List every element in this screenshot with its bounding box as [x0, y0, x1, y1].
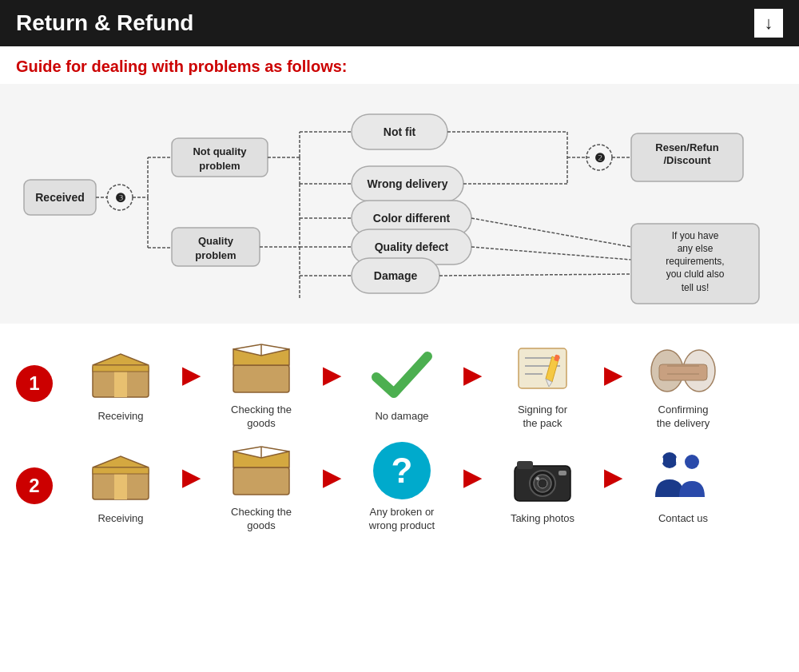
confirming-label: Confirmingthe delivery [657, 404, 710, 431]
damage-label: Damage [374, 269, 418, 282]
nodamage-label: No damage [375, 410, 428, 423]
process-item-checking-1: Checking thegoods [201, 336, 321, 431]
svg-rect-69 [233, 467, 289, 495]
svg-rect-75 [517, 461, 533, 469]
flowchart-section: Received ❸ Not quality problem Quality p… [0, 84, 799, 324]
svg-text:tell us!: tell us! [682, 282, 710, 293]
svg-line-36 [471, 218, 631, 247]
guide-text: Guide for dealing with problems as follo… [0, 46, 799, 84]
arrow-1-2: ▶ [321, 362, 342, 388]
svg-text:you cluld also: you cluld also [666, 268, 725, 280]
result1-label: Resen/Refun [655, 141, 719, 153]
process-item-confirming: Confirmingthe delivery [623, 336, 743, 431]
svg-line-71 [233, 447, 261, 451]
svg-rect-53 [519, 348, 566, 388]
checking-label-2: Checking thegoods [231, 506, 292, 533]
broken-label: Any broken orwrong product [369, 506, 435, 533]
receiving-label-2: Receiving [97, 512, 143, 526]
flowchart-svg: Received ❸ Not quality problem Quality p… [16, 92, 783, 308]
signing-label: Signing forthe pack [518, 404, 567, 431]
svg-point-78 [538, 479, 547, 488]
circle3-label: ❸ [115, 191, 125, 205]
process-section: 1 Receiving ▶ [0, 324, 799, 554]
closed-box-icon-1 [81, 343, 161, 407]
circle2-label: ❷ [594, 151, 605, 165]
quality-label: Quality [198, 235, 234, 247]
process-item-receiving-2: Receiving [61, 445, 181, 526]
svg-rect-48 [233, 365, 289, 392]
person-icon [643, 445, 723, 509]
result2-line1: If you have [672, 230, 719, 241]
svg-line-50 [233, 344, 261, 349]
photos-label: Taking photos [511, 512, 574, 526]
step2-circle: 2 [16, 467, 53, 504]
process-item-broken: ? Any broken orwrong product [342, 439, 462, 533]
arrow-1-4: ▶ [602, 362, 623, 388]
svg-rect-83 [660, 457, 663, 463]
wrong-delivery-label: Wrong delivery [368, 177, 448, 190]
open-box-icon-2 [221, 439, 301, 503]
process-item-contact: Contact us [623, 445, 743, 526]
arrow-2-4: ▶ [602, 464, 623, 491]
closed-box-icon-2 [81, 445, 161, 509]
arrow-2-1: ▶ [181, 464, 201, 491]
process-row-1: 1 Receiving ▶ [16, 336, 783, 431]
checking-label-1: Checking thegoods [231, 404, 292, 431]
received-label: Received [35, 191, 84, 204]
question-icon: ? [362, 439, 442, 503]
svg-text:/Discount: /Discount [663, 154, 711, 166]
contact-label: Contact us [658, 512, 708, 526]
process-row-2: 2 Receiving ▶ [16, 439, 783, 533]
not-fit-label: Not fit [384, 125, 416, 138]
header: Return & Refund ↓ [0, 0, 799, 46]
process-item-photos: Taking photos [483, 445, 602, 526]
step1-circle: 1 [16, 365, 53, 402]
svg-rect-62 [659, 364, 707, 380]
process-item-checking-2: Checking thegoods [201, 439, 321, 533]
svg-text:requirements,: requirements, [666, 256, 724, 267]
process-item-nodamage: No damage [342, 343, 462, 423]
checkmark-icon [362, 343, 442, 407]
pencil-icon [503, 336, 582, 400]
svg-rect-80 [559, 471, 566, 475]
svg-line-72 [261, 447, 289, 451]
arrow-1-1: ▶ [181, 362, 201, 388]
svg-point-82 [685, 455, 699, 469]
svg-text:problem: problem [195, 249, 236, 261]
open-box-icon-1 [221, 336, 301, 400]
color-different-label: Color different [373, 212, 451, 225]
svg-marker-66 [93, 456, 149, 467]
question-circle: ? [373, 442, 431, 499]
process-item-signing: Signing forthe pack [483, 336, 602, 431]
process-item-receiving-1: Receiving [61, 343, 181, 423]
handshake-icon [643, 336, 723, 400]
arrow-2-3: ▶ [462, 464, 483, 491]
svg-line-38 [439, 274, 631, 276]
svg-rect-47 [93, 365, 149, 372]
quality-defect-label: Quality defect [375, 241, 449, 253]
svg-rect-84 [676, 457, 679, 463]
arrow-2-2: ▶ [321, 464, 342, 491]
svg-line-51 [261, 344, 289, 349]
camera-icon [503, 445, 582, 509]
svg-marker-45 [93, 354, 149, 365]
svg-line-37 [471, 247, 631, 260]
svg-text:any else: any else [678, 243, 714, 254]
receiving-label-1: Receiving [97, 410, 143, 423]
svg-point-81 [662, 452, 678, 468]
svg-rect-68 [93, 467, 149, 474]
not-quality-label: Not quality [193, 145, 247, 157]
header-title: Return & Refund [16, 10, 193, 36]
svg-text:problem: problem [199, 160, 240, 172]
header-arrow: ↓ [754, 9, 783, 38]
svg-point-79 [536, 477, 539, 480]
arrow-1-3: ▶ [462, 362, 483, 388]
